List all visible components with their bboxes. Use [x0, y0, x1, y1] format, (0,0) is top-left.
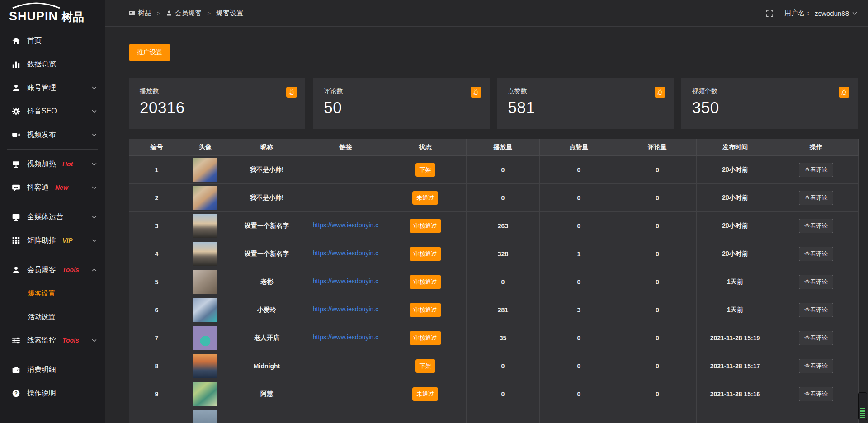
status-badge: 审核通过	[410, 219, 441, 233]
view-comments-button[interactable]: 查看评论	[799, 303, 833, 317]
cell-link: https://www.iesdouyin.c	[307, 324, 384, 352]
cell-plays: 0	[467, 268, 540, 296]
breadcrumb-separator: >	[208, 10, 211, 17]
sidebar-item-member-baoke[interactable]: 会员爆客Tools	[0, 258, 105, 282]
scroll-indicator-widget[interactable]	[858, 392, 867, 420]
sidebar-item-video-publish[interactable]: 视频发布	[0, 123, 105, 146]
cell-nickname: 小爱玲	[226, 296, 307, 324]
chevron-down-icon	[92, 339, 97, 342]
breadcrumb-item-current[interactable]: 爆客设置	[216, 9, 243, 18]
cell-id: 5	[129, 268, 184, 296]
column-header: 状态	[384, 139, 467, 156]
cell-id	[129, 408, 184, 423]
cell-plays: 0	[467, 380, 540, 408]
cell-likes: 0	[540, 324, 618, 352]
video-icon	[12, 131, 20, 139]
topbar-right: 用户名：zswodun88	[766, 9, 857, 18]
sidebar-item-all-media[interactable]: 全媒体运营	[0, 205, 105, 229]
cell-comments: 0	[618, 156, 697, 184]
video-link[interactable]: https://www.iesdouyin.c	[313, 249, 379, 257]
stat-value: 350	[692, 99, 858, 117]
view-comments-button[interactable]: 查看评论	[799, 191, 833, 205]
sidebar-subitem-activity-settings[interactable]: 活动设置	[0, 305, 105, 329]
sidebar-subitem-baoke-settings[interactable]: 爆客设置	[0, 282, 105, 305]
sidebar-item-douyin-seo[interactable]: 抖音SEO	[0, 99, 105, 123]
cell-status: 审核通过	[384, 212, 467, 240]
video-link[interactable]: https://www.iesdouyin.c	[313, 334, 379, 341]
sidebar-item-operation-guide[interactable]: ?操作说明	[0, 381, 105, 405]
stats-row: 播放数20316总评论数50总点赞数581总视频个数350总	[129, 78, 858, 129]
chevron-down-icon	[92, 133, 97, 136]
topbar: 树品>会员爆客>爆客设置 用户名：zswodun88	[105, 0, 868, 27]
cell-action: 查看评论	[774, 268, 859, 296]
video-link[interactable]: https://www.iesdouyin.c	[313, 221, 379, 229]
chevron-down-icon	[92, 110, 97, 113]
cell-action: 查看评论	[774, 352, 859, 380]
video-link[interactable]: https://www.iesdouyin.c	[313, 306, 379, 313]
table-body: 1我不是小帅!下架00020小时前查看评论2我不是小帅!未通过00020小时前查…	[129, 156, 859, 423]
table-row: 5老彬https://www.iesdouyin.c审核通过0001天前查看评论	[129, 268, 859, 296]
breadcrumb: 树品>会员爆客>爆客设置	[129, 9, 243, 18]
cell-action: 查看评论	[774, 156, 859, 184]
cell-link	[307, 380, 384, 408]
user-menu[interactable]: 用户名：zswodun88	[784, 9, 857, 18]
stat-card-3: 视频个数350总	[681, 78, 858, 129]
column-header: 链接	[307, 139, 384, 156]
sidebar-item-consume-detail[interactable]: 消费明细	[0, 358, 105, 381]
stat-label: 评论数	[324, 87, 489, 95]
cell-comments: 0	[618, 380, 697, 408]
view-comments-button[interactable]: 查看评论	[799, 359, 833, 373]
breadcrumb-item-shupin[interactable]: 树品	[129, 9, 151, 18]
sidebar-item-doukertong[interactable]: 抖客通New	[0, 176, 105, 199]
cell-avatar	[184, 156, 226, 184]
cell-id: 1	[129, 156, 184, 184]
view-comments-button[interactable]: 查看评论	[799, 275, 833, 289]
view-comments-button[interactable]: 查看评论	[799, 387, 833, 401]
sidebar-divider	[7, 202, 98, 202]
cell-plays: 0	[467, 184, 540, 212]
breadcrumb-label: 树品	[138, 9, 151, 18]
cell-status: 审核通过	[384, 296, 467, 324]
chat-icon	[12, 183, 20, 192]
promo-settings-button[interactable]: 推广设置	[129, 44, 170, 61]
fullscreen-icon[interactable]	[766, 9, 774, 17]
cell-time: 1天前	[697, 268, 774, 296]
stat-total-badge: 总	[655, 87, 665, 98]
sidebar-item-label: 数据总览	[27, 60, 56, 69]
cell-id: 4	[129, 240, 184, 268]
column-header: 播放量	[467, 139, 540, 156]
cell-id: 6	[129, 296, 184, 324]
cell-comments: 0	[618, 268, 697, 296]
content: 推广设置 播放数20316总评论数50总点赞数581总视频个数350总 编号头像…	[105, 27, 868, 423]
video-link[interactable]: https://www.iesdouyin.c	[313, 277, 379, 285]
status-badge: 审核通过	[410, 303, 441, 317]
sidebar-item-matrix-boost[interactable]: 矩阵助推VIP	[0, 229, 105, 252]
wallet-icon	[12, 366, 20, 374]
avatar	[193, 354, 217, 378]
user-icon	[12, 84, 20, 92]
cell-nickname: 设置一个新名字	[226, 240, 307, 268]
sidebar-item-data-overview[interactable]: 数据总览	[0, 52, 105, 76]
sidebar-item-label: 账号管理	[27, 83, 56, 93]
breadcrumb-item-member[interactable]: 会员爆客	[166, 9, 202, 18]
cell-nickname: 阿慧	[226, 380, 307, 408]
cell-status: 下架	[384, 352, 467, 380]
sidebar-item-clue-monitor[interactable]: 线索监控Tools	[0, 329, 105, 352]
sidebar-item-label: 抖音SEO	[27, 107, 57, 116]
chevron-up-icon	[92, 268, 97, 272]
cell-comments: 0	[618, 184, 697, 212]
sidebar-item-video-heat[interactable]: 视频加热Hot	[0, 152, 105, 176]
view-comments-button[interactable]: 查看评论	[799, 247, 833, 261]
cell-comments	[618, 408, 697, 423]
sidebar-item-label: 抖客通	[27, 183, 49, 193]
cell-id: 9	[129, 380, 184, 408]
view-comments-button[interactable]: 查看评论	[799, 219, 833, 233]
cell-status: 未通过	[384, 184, 467, 212]
view-comments-button[interactable]: 查看评论	[799, 163, 833, 177]
help-icon: ?	[12, 389, 20, 398]
sidebar-item-home[interactable]: 首页	[0, 29, 105, 52]
sidebar-item-account-manage[interactable]: 账号管理	[0, 76, 105, 99]
chevron-down-icon	[92, 86, 97, 89]
view-comments-button[interactable]: 查看评论	[799, 331, 833, 345]
cell-likes: 0	[540, 184, 618, 212]
